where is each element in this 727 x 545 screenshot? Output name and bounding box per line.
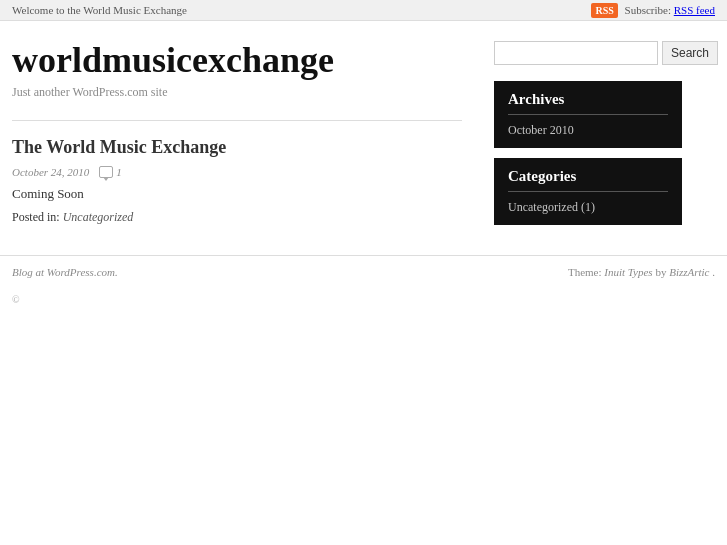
posted-in-label: Posted in: [12,210,60,224]
post-title-link[interactable]: The World Music Exchange [12,137,226,157]
search-button[interactable]: Search [662,41,718,65]
theme-author-link[interactable]: BizzArtic [669,266,712,278]
category-item[interactable]: Uncategorized (1) [508,200,595,214]
page-wrapper: worldmusicexchange Just another WordPres… [0,21,727,255]
categories-widget: Categories Uncategorized (1) [494,158,682,225]
copyright-symbol: © [12,294,20,305]
comment-bubble-icon [99,166,113,178]
theme-author: BizzArtic [669,266,709,278]
rss-badge[interactable]: RSS [591,3,617,18]
footer: Blog at WordPress.com. Theme: Inuit Type… [0,255,727,288]
post-excerpt: Coming Soon [12,186,462,202]
search-widget: Search [494,41,682,65]
categories-divider [508,191,668,192]
main-content: worldmusicexchange Just another WordPres… [12,21,482,255]
rss-area: RSS Subscribe: RSS feed [591,4,715,16]
comment-count: 1 [116,166,122,178]
post-meta: October 24, 2010 1 [12,166,462,178]
post-date: October 24, 2010 [12,166,89,178]
archive-item[interactable]: October 2010 [508,123,574,137]
footer-period: . [712,266,715,278]
archives-widget: Archives October 2010 [494,81,682,148]
comment-count-area: 1 [99,166,122,178]
top-bar: Welcome to the World Music Exchange RSS … [0,0,727,21]
theme-by: by [655,266,666,278]
footer-blog-link: Blog at WordPress.com. [12,266,118,278]
theme-label: Theme: [568,266,602,278]
post-item: The World Music Exchange October 24, 201… [12,137,462,225]
wordpress-link[interactable]: Blog at WordPress.com. [12,266,118,278]
post-title: The World Music Exchange [12,137,462,158]
categories-content: Uncategorized (1) [508,200,668,215]
category-link[interactable]: Uncategorized [63,210,134,224]
theme-name: Inuit Types [604,266,652,278]
archives-title: Archives [508,91,668,108]
categories-title: Categories [508,168,668,185]
site-tagline: Just another WordPress.com site [12,85,462,100]
subscribe-text: Subscribe: [625,4,671,16]
site-title: worldmusicexchange [12,41,462,81]
theme-name-link[interactable]: Inuit Types [604,266,655,278]
sidebar: Search Archives October 2010 Categories … [482,21,682,255]
header-divider [12,120,462,121]
welcome-text: Welcome to the World Music Exchange [12,4,187,16]
rss-feed-link[interactable]: RSS feed [674,4,715,16]
footer-bottom: © [0,288,727,311]
footer-theme: Theme: Inuit Types by BizzArtic . [568,266,715,278]
post-category-line: Posted in: Uncategorized [12,210,462,225]
archives-content: October 2010 [508,123,668,138]
search-input[interactable] [494,41,658,65]
archives-divider [508,114,668,115]
